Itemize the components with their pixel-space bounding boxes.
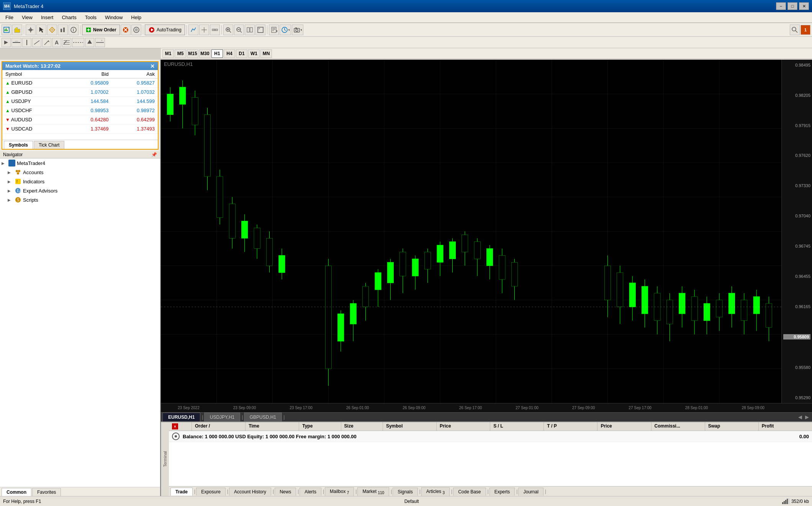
symbol-row-usdjpy[interactable]: ▲ USDJPY 144.584 144.599 (2, 97, 158, 106)
symbol-row-usdchf[interactable]: ▲ USDCHF 0.98953 0.98972 (2, 106, 158, 115)
up-arrow-tool[interactable] (85, 38, 94, 47)
term-tab-journal[interactable]: Journal (518, 488, 543, 496)
dotted-line-tool[interactable] (72, 38, 84, 47)
fib-tool[interactable] (62, 38, 71, 47)
zoom-button[interactable] (47, 24, 57, 35)
nav-item-accounts[interactable]: ▶ Accounts (0, 168, 160, 177)
time-button[interactable]: ▼ (280, 24, 291, 35)
hline-tool[interactable]: — (11, 38, 21, 47)
terminal-side-label[interactable]: Terminal (161, 422, 169, 496)
tf-h1[interactable]: H1 (211, 49, 223, 58)
trendline-tool[interactable] (32, 38, 41, 47)
term-tab-experts[interactable]: Experts (489, 488, 515, 496)
tf-w1[interactable]: W1 (248, 49, 260, 58)
term-tab-market[interactable]: Market 110 (357, 487, 389, 496)
tf-m15[interactable]: M15 (187, 49, 198, 58)
alert-badge[interactable]: 1 (801, 25, 810, 35)
term-tab-articles[interactable]: Articles 3 (421, 487, 450, 496)
col-header-profit[interactable]: Profit (759, 422, 812, 431)
arrow-tool[interactable] (2, 38, 11, 47)
chart-type-button[interactable] (58, 24, 68, 35)
col-header-price2[interactable]: Price (598, 422, 651, 431)
tf-mn[interactable]: MN (260, 49, 272, 58)
angle-line-tool[interactable]: ° (95, 38, 105, 47)
term-tab-trade[interactable]: Trade (170, 488, 193, 496)
navigator-pin[interactable]: 📌 (151, 152, 157, 157)
col-header-time[interactable]: Time (246, 422, 299, 431)
indicators-button[interactable] (188, 24, 198, 35)
zoom-in-button[interactable] (223, 24, 233, 35)
menu-charts[interactable]: Charts (58, 14, 80, 21)
nav-item-expert-advisors[interactable]: ▶ EA Expert Advisors (0, 186, 160, 195)
account-history-button[interactable] (131, 24, 141, 35)
zoom-out-button[interactable] (234, 24, 244, 35)
close-order-button[interactable] (121, 24, 131, 35)
col-header-commission[interactable]: Commissi... (652, 422, 705, 431)
term-tab-news[interactable]: News (275, 488, 296, 496)
term-tab-account-history[interactable]: Account History (229, 488, 271, 496)
term-tab-alerts[interactable]: Alerts (300, 488, 321, 496)
col-header-price[interactable]: Price (437, 422, 490, 431)
full-screen-button[interactable] (255, 24, 265, 35)
crosshair-button[interactable] (26, 24, 36, 35)
chart-nav-right[interactable]: ▶ (804, 413, 810, 421)
open-button[interactable] (12, 24, 22, 35)
screenshot-button[interactable]: ▼ (292, 24, 303, 35)
symbol-row-audusd[interactable]: ▼ AUDUSD 0.64280 0.64299 (2, 115, 158, 124)
terminal-close-btn[interactable]: × (172, 423, 178, 429)
col-header-symbol[interactable]: Symbol (383, 422, 437, 431)
col-header-tp[interactable]: T / P (544, 422, 598, 431)
template-button[interactable]: ▼ (269, 24, 279, 35)
properties-button[interactable]: i (69, 24, 79, 35)
chart-tab-usdjpy-h1[interactable]: USDJPY,H1 (204, 413, 240, 421)
menu-help[interactable]: Help (127, 14, 145, 21)
menu-view[interactable]: View (18, 14, 36, 21)
symbol-row-usdcad[interactable]: ▼ USDCAD 1.37469 1.37493 (2, 124, 158, 134)
market-watch-close-button[interactable]: ✕ (150, 64, 155, 69)
vline-tool[interactable] (22, 38, 31, 47)
chart-shift-button[interactable] (245, 24, 255, 35)
chart-objects-button[interactable] (199, 24, 209, 35)
chart-tab-gbpusd-h1[interactable]: GBPUSD,H1 (244, 413, 282, 421)
more-button[interactable] (210, 24, 220, 35)
symbol-row-eurusd[interactable]: ▲ EURUSD 0.95809 0.95827 (2, 78, 158, 88)
col-header-swap[interactable]: Swap (705, 422, 759, 431)
chart-tab-eurusd-h1[interactable]: EURUSD,H1 (162, 413, 200, 421)
col-header-order[interactable]: Order / (192, 422, 246, 431)
term-tab-signals[interactable]: Signals (393, 488, 417, 496)
tf-m30[interactable]: M30 (199, 49, 211, 58)
nav-item-indicators[interactable]: ▶ f Indicators (0, 177, 160, 186)
col-header-size[interactable]: Size (341, 422, 383, 431)
search-button[interactable] (790, 24, 800, 35)
text-tool[interactable]: A (52, 38, 61, 47)
cursor-button[interactable] (36, 24, 46, 35)
nav-item-metatrader4[interactable]: ▶ MetaTrader4 (0, 158, 160, 168)
minimize-button[interactable]: − (776, 2, 786, 10)
menu-file[interactable]: File (2, 14, 17, 21)
close-button[interactable]: ✕ (799, 2, 809, 10)
col-header-sl[interactable]: S / L (490, 422, 544, 431)
nav-tab-favorites[interactable]: Favorites (32, 488, 61, 496)
pencil-tool[interactable] (42, 38, 51, 47)
nav-tab-common[interactable]: Common (2, 488, 31, 496)
tf-m1[interactable]: M1 (162, 49, 174, 58)
nav-item-scripts[interactable]: ▶ S Scripts (0, 195, 160, 204)
tf-m5[interactable]: M5 (175, 49, 186, 58)
tf-d1[interactable]: D1 (236, 49, 247, 58)
autotrading-button[interactable]: AutoTrading (145, 24, 185, 35)
new-chart-button[interactable]: + (2, 24, 11, 35)
term-tab-exposure[interactable]: Exposure (196, 488, 226, 496)
col-header-type[interactable]: Type (299, 422, 341, 431)
mw-tab-symbols[interactable]: Symbols (4, 141, 33, 149)
chart-nav-left[interactable]: ◀ (797, 413, 804, 421)
new-order-button[interactable]: New Order (82, 24, 120, 35)
maximize-button[interactable]: □ (787, 2, 797, 10)
menu-window[interactable]: Window (101, 14, 126, 21)
mw-tab-tick-chart[interactable]: Tick Chart (34, 141, 64, 149)
menu-tools[interactable]: Tools (81, 14, 100, 21)
menu-insert[interactable]: Insert (37, 14, 57, 21)
term-tab-code-base[interactable]: Code Base (453, 488, 486, 496)
tf-h4[interactable]: H4 (224, 49, 235, 58)
symbol-row-gbpusd[interactable]: ▲ GBPUSD 1.07002 1.07032 (2, 88, 158, 97)
term-tab-mailbox[interactable]: Mailbox 7 (325, 487, 354, 496)
